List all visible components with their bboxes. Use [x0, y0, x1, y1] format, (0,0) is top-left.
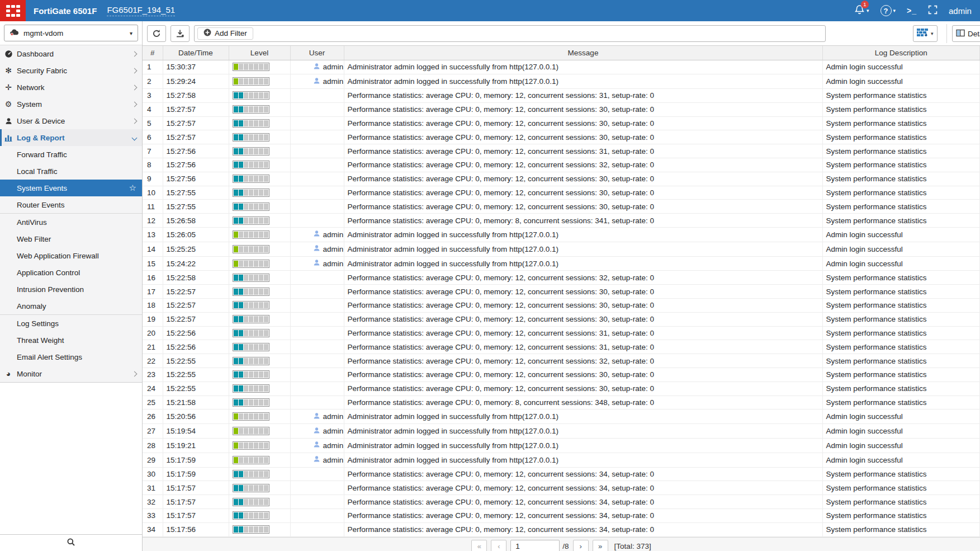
policy-view-button[interactable]: ▾ — [913, 25, 938, 42]
table-row[interactable]: 1215:26:58Performance statistics: averag… — [143, 214, 980, 228]
cell-description: System performance statistics — [822, 299, 980, 313]
add-icon — [203, 29, 211, 38]
column-header-level[interactable]: Level — [229, 46, 290, 60]
cell-description: System performance statistics — [822, 481, 980, 495]
table-row[interactable]: 115:30:37adminAdministrator admin logged… — [143, 60, 980, 74]
cli-console-button[interactable]: >_ — [907, 6, 917, 15]
vdom-selector[interactable]: mgmt-vdom ▾ — [4, 25, 138, 41]
user-menu[interactable]: admin — [949, 6, 972, 16]
table-row[interactable]: 415:27:57Performance statistics: average… — [143, 102, 980, 116]
table-row[interactable]: 515:27:57Performance statistics: average… — [143, 116, 980, 130]
fullscreen-button[interactable] — [928, 5, 938, 17]
cell-message: Performance statistics: average CPU: 0, … — [344, 172, 822, 186]
previous-page-button[interactable]: ‹ — [491, 540, 506, 551]
sidebar-item-log-report[interactable]: Log & Report — [0, 129, 142, 146]
help-button[interactable]: ? ▾ — [880, 5, 896, 16]
column-header-number[interactable]: # — [143, 46, 163, 60]
cell-user — [290, 271, 344, 285]
table-row[interactable]: 3215:17:57Performance statistics: averag… — [143, 495, 980, 509]
details-button[interactable]: Details — [952, 25, 980, 42]
add-filter-button[interactable]: Add Filter — [197, 27, 253, 40]
table-row[interactable]: 1615:22:58Performance statistics: averag… — [143, 271, 980, 285]
sidebar-item-application-control[interactable]: Application Control — [0, 264, 142, 281]
filter-bar[interactable]: Add Filter — [194, 25, 826, 42]
hostname[interactable]: FG6501F_194_51 — [107, 5, 175, 16]
cell-message: Administrator admin logged in successful… — [344, 424, 822, 439]
table-row[interactable]: 2515:21:58Performance statistics: averag… — [143, 395, 980, 409]
refresh-button[interactable] — [147, 25, 166, 42]
sidebar-item-system-events[interactable]: System Events☆ — [0, 180, 142, 196]
favorite-star-icon[interactable]: ☆ — [129, 183, 136, 193]
level-indicator — [233, 63, 269, 71]
download-button[interactable] — [171, 25, 190, 42]
sidebar-item-web-application-firewall[interactable]: Web Application Firewall — [0, 247, 142, 264]
sidebar-item-log-settings[interactable]: Log Settings — [0, 315, 142, 332]
sidebar-item-network[interactable]: ✛Network — [0, 79, 142, 96]
cell-datetime: 15:27:57 — [163, 130, 229, 144]
table-row[interactable]: 2215:22:55Performance statistics: averag… — [143, 354, 980, 368]
sidebar-item-email-alert-settings[interactable]: Email Alert Settings — [0, 349, 142, 365]
table-row[interactable]: 815:27:56Performance statistics: average… — [143, 158, 980, 172]
sidebar-item-system[interactable]: ⚙System — [0, 96, 142, 112]
column-header-user[interactable]: User — [290, 46, 344, 60]
sidebar-item-security-fabric[interactable]: ✻Security Fabric — [0, 62, 142, 79]
cell-user — [290, 481, 344, 495]
table-row[interactable]: 2315:22:55Performance statistics: averag… — [143, 368, 980, 382]
table-row[interactable]: 2115:22:56Performance statistics: averag… — [143, 340, 980, 354]
table-row[interactable]: 2415:22:55Performance statistics: averag… — [143, 382, 980, 395]
table-row[interactable]: 715:27:56Performance statistics: average… — [143, 144, 980, 158]
notification-badge: 1 — [861, 1, 869, 8]
table-row[interactable]: 1515:24:22adminAdministrator admin logge… — [143, 256, 980, 271]
table-row[interactable]: 1815:22:57Performance statistics: averag… — [143, 299, 980, 313]
table-row[interactable]: 2915:17:59adminAdministrator admin logge… — [143, 453, 980, 467]
table-row[interactable]: 915:27:56Performance statistics: average… — [143, 172, 980, 186]
sidebar-search-button[interactable] — [0, 534, 142, 551]
table-row[interactable]: 615:27:57Performance statistics: average… — [143, 130, 980, 144]
table-row[interactable]: 1415:25:25adminAdministrator admin logge… — [143, 242, 980, 256]
table-row[interactable]: 3015:17:59Performance statistics: averag… — [143, 467, 980, 481]
sidebar-item-label: Anomaly — [17, 302, 46, 310]
sidebar-item-local-traffic[interactable]: Local Traffic — [0, 163, 142, 180]
table-row[interactable]: 315:27:58Performance statistics: average… — [143, 89, 980, 103]
table-row[interactable]: 2615:20:56adminAdministrator admin logge… — [143, 409, 980, 424]
table-row[interactable]: 3315:17:57Performance statistics: averag… — [143, 509, 980, 523]
cell-datetime: 15:17:56 — [163, 522, 229, 536]
sidebar-item-label: Log Settings — [17, 319, 59, 328]
sidebar-item-forward-traffic[interactable]: Forward Traffic — [0, 146, 142, 163]
column-header-datetime[interactable]: Date/Time — [163, 46, 229, 60]
sidebar-item-anomaly[interactable]: Anomaly — [0, 298, 142, 314]
table-row[interactable]: 215:29:24adminAdministrator admin logged… — [143, 74, 980, 89]
table-row[interactable]: 1715:22:57Performance statistics: averag… — [143, 285, 980, 299]
cell-level — [229, 326, 290, 340]
cell-datetime: 15:22:57 — [163, 299, 229, 313]
sidebar-item-web-filter[interactable]: Web Filter — [0, 230, 142, 247]
cell-level — [229, 228, 290, 242]
sidebar-item-antivirus[interactable]: AntiVirus — [0, 214, 142, 230]
first-page-button[interactable]: « — [471, 540, 487, 551]
table-row[interactable]: 2015:22:56Performance statistics: averag… — [143, 326, 980, 340]
table-row[interactable]: 3415:17:56Performance statistics: averag… — [143, 522, 980, 536]
table-row[interactable]: 2815:19:21adminAdministrator admin logge… — [143, 439, 980, 453]
table-row[interactable]: 1115:27:55Performance statistics: averag… — [143, 200, 980, 214]
cell-level — [229, 271, 290, 285]
next-page-button[interactable]: › — [573, 540, 589, 551]
page-number-input[interactable] — [510, 540, 560, 551]
cell-description: Admin login successful — [822, 228, 980, 242]
sidebar-item-intrusion-prevention[interactable]: Intrusion Prevention — [0, 281, 142, 298]
sidebar-item-router-events[interactable]: Router Events — [0, 196, 142, 213]
sidebar-item-user-device[interactable]: User & Device — [0, 112, 142, 129]
table-row[interactable]: 1915:22:57Performance statistics: averag… — [143, 312, 980, 326]
table-row[interactable]: 1315:26:05adminAdministrator admin logge… — [143, 228, 980, 242]
column-header-message[interactable]: Message — [344, 46, 822, 60]
table-row[interactable]: 1015:27:55Performance statistics: averag… — [143, 186, 980, 200]
sidebar-item-dashboard[interactable]: Dashboard — [0, 45, 142, 62]
cell-level — [229, 89, 290, 103]
sidebar-item-threat-weight[interactable]: Threat Weight — [0, 332, 142, 349]
user-icon — [313, 63, 320, 72]
table-row[interactable]: 3115:17:57Performance statistics: averag… — [143, 481, 980, 495]
notifications-button[interactable]: 1 ▾ — [854, 4, 869, 17]
sidebar-item-monitor[interactable]: ◕Monitor — [0, 365, 142, 382]
table-row[interactable]: 2715:19:54adminAdministrator admin logge… — [143, 424, 980, 439]
last-page-button[interactable]: » — [593, 540, 608, 551]
column-header-description[interactable]: Log Description — [822, 46, 980, 60]
